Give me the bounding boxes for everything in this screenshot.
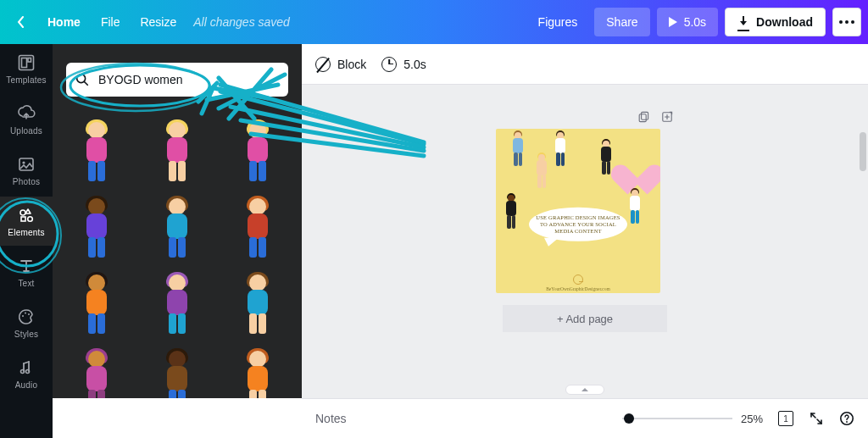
rail-styles[interactable]: Styles xyxy=(0,298,53,347)
element-thumb[interactable] xyxy=(142,110,213,181)
notes-label: Notes xyxy=(315,412,347,425)
download-button[interactable]: Download xyxy=(725,8,826,36)
canvas-column: Use graphic design images to advance you… xyxy=(496,110,674,332)
notes-button[interactable]: Notes xyxy=(315,412,622,425)
search-input[interactable] xyxy=(66,63,288,97)
rail-audio[interactable]: Audio xyxy=(0,349,53,398)
play-icon xyxy=(669,17,677,27)
topbar: Home File Resize All changes saved Figur… xyxy=(0,0,868,44)
help-icon xyxy=(839,411,854,426)
element-thumb[interactable] xyxy=(142,339,213,398)
file-label: File xyxy=(101,15,120,29)
rail-templates[interactable]: Templates xyxy=(0,44,53,93)
canvas-character xyxy=(506,132,530,169)
element-thumb[interactable] xyxy=(222,186,293,258)
heart-graphic xyxy=(620,152,655,188)
uploads-icon xyxy=(17,104,36,123)
speech-bubble: Use graphic design images to advance you… xyxy=(529,207,627,241)
zoom-slider[interactable] xyxy=(622,410,732,427)
share-label: Share xyxy=(606,15,637,29)
photos-icon xyxy=(17,155,36,174)
duration-label: 5.0s xyxy=(403,58,426,71)
fullscreen-icon xyxy=(809,411,824,426)
download-icon xyxy=(737,16,749,28)
svg-point-5 xyxy=(20,210,25,215)
design-page[interactable]: Use graphic design images to advance you… xyxy=(496,129,660,293)
rail-text-label: Text xyxy=(18,279,34,288)
svg-point-10 xyxy=(28,313,30,315)
preview-button[interactable]: 5.0s xyxy=(657,8,718,36)
fullscreen-button[interactable] xyxy=(809,411,824,426)
element-thumb[interactable] xyxy=(222,263,293,334)
rail-text[interactable]: Text xyxy=(0,247,53,297)
brand-area: BeYourOwnGraphicDesigner.com xyxy=(496,273,660,293)
elements-panel xyxy=(53,44,302,398)
page-number: 1 xyxy=(783,414,788,424)
rail-photos[interactable]: Photos xyxy=(0,146,53,195)
search-wrap xyxy=(66,63,288,97)
rail-photos-label: Photos xyxy=(13,177,40,186)
block-icon xyxy=(315,57,331,72)
rail-audio-label: Audio xyxy=(15,380,38,390)
svg-rect-2 xyxy=(28,58,31,62)
back-button[interactable] xyxy=(7,8,36,36)
text-icon xyxy=(17,257,36,275)
more-button[interactable] xyxy=(832,8,861,36)
figures-button[interactable]: Figures xyxy=(528,8,588,36)
workarea: Block 5.0s Use graphic design images to … xyxy=(302,44,868,398)
add-page-icon[interactable] xyxy=(660,110,674,124)
side-rail: Templates Uploads Photos Elements Text S… xyxy=(0,44,53,438)
vertical-scrollbar[interactable] xyxy=(860,132,866,391)
svg-point-7 xyxy=(28,216,33,221)
canvas-viewport[interactable]: Use graphic design images to advance you… xyxy=(302,85,868,398)
home-button[interactable]: Home xyxy=(37,8,91,36)
clock-icon xyxy=(381,57,397,72)
svg-point-13 xyxy=(77,75,86,83)
download-label: Download xyxy=(756,15,813,29)
svg-rect-14 xyxy=(639,114,646,122)
share-button[interactable]: Share xyxy=(594,8,649,36)
help-button[interactable] xyxy=(839,411,854,426)
element-thumb[interactable] xyxy=(61,339,132,398)
element-thumb[interactable] xyxy=(222,110,293,181)
rail-uploads[interactable]: Uploads xyxy=(0,95,53,144)
ellipsis-icon xyxy=(839,20,843,24)
element-thumb[interactable] xyxy=(61,110,132,181)
brand-logo-icon xyxy=(573,274,583,285)
timeline-toggle[interactable] xyxy=(565,385,604,395)
audio-icon xyxy=(17,358,36,377)
svg-point-4 xyxy=(22,161,25,164)
page-controls xyxy=(496,110,674,124)
preview-duration-label: 5.0s xyxy=(684,15,706,29)
chevron-left-icon xyxy=(17,16,25,28)
svg-point-11 xyxy=(21,369,25,373)
search-icon xyxy=(75,72,90,87)
zoom-value: 25% xyxy=(741,413,763,425)
rail-templates-label: Templates xyxy=(6,75,46,85)
page-duration-button[interactable]: 5.0s xyxy=(381,57,426,72)
rail-elements[interactable]: Elements xyxy=(0,197,53,246)
svg-point-8 xyxy=(22,315,24,317)
element-thumb[interactable] xyxy=(61,263,132,334)
rail-styles-label: Styles xyxy=(14,330,38,339)
duplicate-page-icon[interactable] xyxy=(637,110,650,124)
svg-point-12 xyxy=(26,369,30,373)
home-label: Home xyxy=(47,15,81,29)
block-toggle[interactable]: Block xyxy=(315,57,366,72)
element-thumb[interactable] xyxy=(142,186,213,258)
add-page-button[interactable]: + Add page xyxy=(503,305,667,332)
svg-rect-1 xyxy=(22,58,27,67)
element-thumb[interactable] xyxy=(222,339,293,398)
element-thumb[interactable] xyxy=(142,263,213,334)
resize-menu[interactable]: Resize xyxy=(130,8,186,36)
page-indicator[interactable]: 1 xyxy=(778,411,793,426)
figures-label: Figures xyxy=(538,15,578,29)
add-page-label: + Add page xyxy=(557,313,613,325)
svg-point-18 xyxy=(846,421,848,423)
zoom-controls: 25% xyxy=(622,410,763,427)
status-bar: Notes 25% 1 xyxy=(302,398,868,438)
file-menu[interactable]: File xyxy=(91,8,131,36)
styles-icon xyxy=(17,308,36,326)
brand-url: BeYourOwnGraphicDesigner.com xyxy=(546,286,610,291)
element-thumb[interactable] xyxy=(61,186,132,258)
